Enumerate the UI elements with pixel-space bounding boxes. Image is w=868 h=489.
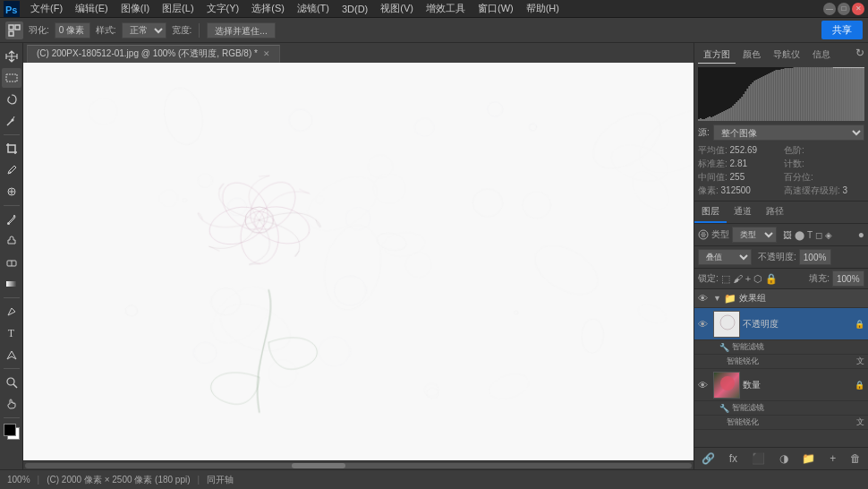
layer-row-amount[interactable]: 👁 数量 🔒 xyxy=(694,369,868,401)
tool-pen[interactable] xyxy=(2,302,21,322)
svg-rect-71 xyxy=(790,68,792,121)
tool-gradient[interactable] xyxy=(2,274,21,294)
add-style-button[interactable]: fx xyxy=(728,450,739,467)
histogram-tab-info[interactable]: 信息 xyxy=(807,47,836,64)
tool-rect-select[interactable] xyxy=(2,68,21,88)
tool-brush[interactable] xyxy=(2,210,21,229)
lock-paint-icon[interactable]: 🖌 xyxy=(733,273,743,284)
tool-text[interactable]: T xyxy=(2,323,21,343)
tool-magic-wand[interactable] xyxy=(2,111,21,131)
filter-pixel-icon[interactable]: 🖼 xyxy=(783,230,792,240)
tool-eraser[interactable] xyxy=(2,253,21,272)
color-swatch[interactable] xyxy=(2,422,21,442)
layer2-lock-icon[interactable]: 🔒 xyxy=(855,381,864,390)
panel-tab-layers[interactable]: 图层 xyxy=(694,202,727,223)
svg-rect-16 xyxy=(6,281,17,287)
stat-mean: 平均值: 252.69 xyxy=(698,144,779,157)
menu-image[interactable]: 图像(I) xyxy=(115,0,155,17)
layer1-lock-icon[interactable]: 🔒 xyxy=(855,320,864,329)
stat-median-val: 标准差: 2.81 xyxy=(698,158,779,170)
lock-all-icon[interactable]: 🔒 xyxy=(765,273,778,285)
svg-rect-91 xyxy=(826,67,828,121)
filter-toggle[interactable]: ● xyxy=(858,228,864,241)
blend-mode-select[interactable]: 叠值 xyxy=(698,249,752,265)
menu-view[interactable]: 视图(V) xyxy=(375,0,419,17)
filter-shape-icon[interactable]: ◻ xyxy=(815,230,822,240)
canvas-area: (C) 200PX-180512-01.jpg @ 100% (不透明度, RG… xyxy=(23,43,694,469)
layer2-visibility-eye[interactable]: 👁 xyxy=(698,380,711,390)
histogram-refresh-button[interactable]: ↻ xyxy=(855,47,864,64)
menu-filter[interactable]: 滤镜(T) xyxy=(292,0,335,17)
menu-plugins[interactable]: 增效工具 xyxy=(421,0,471,17)
feather-label: 羽化: xyxy=(29,24,49,37)
tool-eyedropper[interactable] xyxy=(2,160,21,180)
filter-smart-icon[interactable]: ◈ xyxy=(825,230,832,240)
menu-layer[interactable]: 图层(L) xyxy=(157,0,199,17)
histogram-tab-color[interactable]: 颜色 xyxy=(737,47,766,64)
add-layer-button[interactable]: + xyxy=(828,450,838,467)
add-adjustment-button[interactable]: ◑ xyxy=(778,450,790,467)
minimize-button[interactable]: — xyxy=(823,3,836,15)
fill-input[interactable] xyxy=(832,270,864,287)
share-button[interactable]: 共享 xyxy=(821,21,863,39)
menu-3d[interactable]: 3D(D) xyxy=(336,2,373,16)
add-group-button[interactable]: 📁 xyxy=(800,450,817,467)
scroll-thumb[interactable] xyxy=(292,463,345,468)
source-select[interactable]: 整个图像 xyxy=(713,124,864,141)
tool-zoom[interactable] xyxy=(2,373,21,392)
document-tab[interactable]: (C) 200PX-180512-01.jpg @ 100% (不透明度, RG… xyxy=(27,45,280,63)
lock-artboard-icon[interactable]: ⬡ xyxy=(753,273,762,285)
fill-label: 填充: xyxy=(809,272,830,285)
zoom-level: 100% xyxy=(7,475,30,485)
canvas-container[interactable] xyxy=(23,63,694,460)
layer1-visibility-eye[interactable]: 👁 xyxy=(698,319,711,330)
group-visibility-eye[interactable]: 👁 xyxy=(698,293,711,304)
menu-window[interactable]: 窗口(W) xyxy=(472,0,519,17)
layer-group-header[interactable]: 👁 ▼ 📁 效果组 xyxy=(694,289,868,308)
menu-file[interactable]: 文件(F) xyxy=(25,0,68,17)
close-button[interactable]: ✕ xyxy=(852,3,864,15)
menu-text[interactable]: 文字(Y) xyxy=(201,0,245,17)
histogram-tab-histogram[interactable]: 直方图 xyxy=(698,47,736,64)
svg-rect-83 xyxy=(812,67,813,121)
menu-edit[interactable]: 编辑(E) xyxy=(70,0,114,17)
style-select[interactable]: 正常 xyxy=(122,22,166,39)
tab-close-button[interactable]: ✕ xyxy=(263,49,270,58)
filter-adjustment-icon[interactable]: ⬤ xyxy=(795,230,804,240)
horizontal-scrollbar[interactable] xyxy=(23,460,694,469)
panel-tab-channels[interactable]: 通道 xyxy=(727,202,759,223)
histogram-tab-navigator[interactable]: 导航仪 xyxy=(768,47,805,64)
tool-stamp[interactable] xyxy=(2,231,21,251)
group-collapse-chevron[interactable]: ▼ xyxy=(713,294,721,303)
tool-lasso[interactable] xyxy=(2,90,21,109)
group-name: 效果组 xyxy=(739,292,864,305)
layer-row-opacity[interactable]: 👁 不透明度 🔒 xyxy=(694,308,868,340)
menu-help[interactable]: 帮助(H) xyxy=(521,0,565,17)
svg-rect-41 xyxy=(736,102,737,121)
lock-transparent-icon[interactable]: ⬚ xyxy=(721,273,730,285)
svg-rect-73 xyxy=(794,67,796,121)
tool-crop[interactable] xyxy=(2,139,21,159)
panel-tab-paths[interactable]: 路径 xyxy=(759,202,791,223)
tool-healing[interactable] xyxy=(2,182,21,202)
svg-rect-87 xyxy=(819,67,821,121)
svg-rect-101 xyxy=(844,67,846,121)
filter-text-icon[interactable]: T xyxy=(807,230,813,240)
tool-hand[interactable] xyxy=(2,394,21,414)
link-layers-button[interactable]: 🔗 xyxy=(700,450,717,467)
maximize-button[interactable]: □ xyxy=(838,3,850,15)
svg-rect-32 xyxy=(719,113,721,121)
feather-input[interactable] xyxy=(55,22,90,39)
tool-path-select[interactable] xyxy=(2,345,21,365)
foreground-color[interactable] xyxy=(4,424,16,436)
lock-position-icon[interactable]: + xyxy=(745,273,751,284)
filter-type-select[interactable]: 类型 xyxy=(732,227,777,243)
opacity-input[interactable] xyxy=(799,249,831,265)
delete-layer-button[interactable]: 🗑 xyxy=(848,450,863,467)
add-mask-button[interactable]: ⬛ xyxy=(750,450,767,467)
tool-move[interactable] xyxy=(2,47,21,66)
svg-rect-84 xyxy=(813,67,815,121)
svg-rect-103 xyxy=(847,67,849,121)
select-mask-button[interactable]: 选择并遮住... xyxy=(207,22,275,39)
menu-select[interactable]: 选择(S) xyxy=(246,0,290,17)
